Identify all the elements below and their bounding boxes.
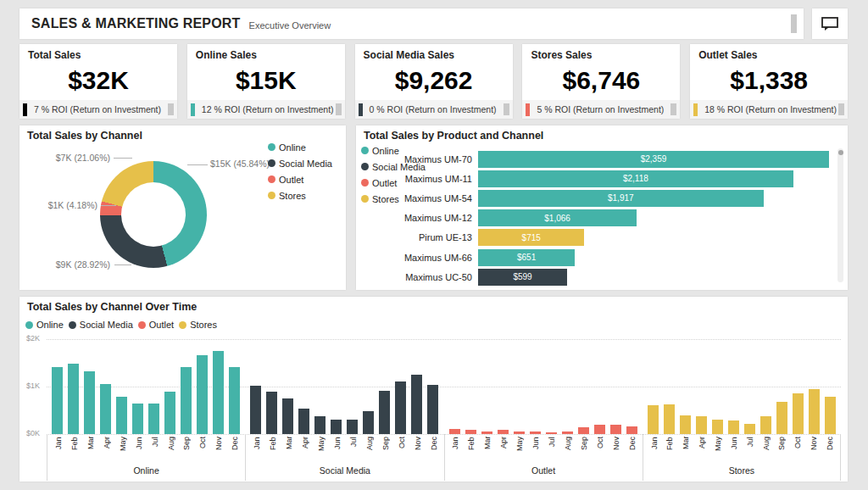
bar-social-media-sep[interactable] (379, 391, 390, 435)
bar-online-jan[interactable] (52, 367, 63, 434)
kpi-card-outlet-sales: Outlet Sales$1,33818 % ROI (Return on In… (690, 44, 848, 119)
bar-social-media-dec[interactable] (427, 385, 438, 434)
group-axis: JanFebMarAprMayJunJulAugSepOctNovDecOnli… (47, 434, 245, 481)
bar-stores-apr[interactable] (696, 416, 707, 434)
month-label: Dec (626, 437, 637, 464)
bar-stores-jan[interactable] (648, 405, 659, 434)
bar-outlet-dec[interactable] (626, 426, 637, 434)
bar-online-nov[interactable] (213, 351, 224, 434)
bar-value-label: $2,118 (623, 174, 648, 183)
bar-stores-dec[interactable] (825, 397, 836, 434)
month-label: Sep (181, 437, 192, 464)
chart-title: Total Sales by Channel (27, 130, 142, 142)
legend-label: Online (279, 142, 306, 153)
bar-social-media-aug[interactable] (363, 411, 374, 434)
kpi-scrollbar[interactable] (838, 103, 844, 115)
product-label: Maximus UM-12 (356, 213, 478, 223)
month-label: Jun (728, 437, 739, 464)
bar-online-jun[interactable] (132, 404, 143, 434)
bar-online-sep[interactable] (181, 367, 192, 435)
bar-online-aug[interactable] (164, 392, 175, 434)
bar-social-media-jul[interactable] (347, 420, 358, 434)
legend-item-outlet[interactable]: Outlet (138, 319, 174, 331)
bar-value-label: $1,066 (544, 214, 570, 223)
bar-online-mar[interactable] (84, 371, 95, 435)
bar-maximus-um-54[interactable]: $1,917 (478, 190, 764, 207)
bar-maximus-um-70[interactable]: $2,359 (478, 151, 829, 168)
speech-bubble-icon (821, 15, 839, 32)
month-label: Dec (229, 437, 240, 464)
bar-stores-may[interactable] (712, 420, 723, 434)
kpi-roi-strip: 0 % ROI (Return on Investment) (355, 100, 513, 119)
channel-group-outlet: JanFebMarAprMayJunJulAugSepOctNovDecOutl… (444, 339, 643, 481)
bar-stores-jul[interactable] (744, 424, 755, 434)
bar-outlet-nov[interactable] (610, 425, 621, 434)
bar-social-media-mar[interactable] (282, 398, 293, 434)
bar-online-jul[interactable] (148, 404, 159, 434)
bar-social-media-apr[interactable] (298, 409, 309, 434)
bar-stores-mar[interactable] (680, 415, 691, 434)
legend-item-social-media[interactable]: Social Media (268, 155, 332, 171)
bar-stores-nov[interactable] (809, 389, 820, 434)
legend-dot (268, 192, 275, 199)
bar-social-media-may[interactable] (314, 416, 326, 434)
kpi-card-stores-sales: Stores Sales$6,7465 % ROI (Return on Inv… (522, 44, 680, 119)
legend-label: Online (36, 320, 64, 330)
kpi-roi-text: 5 % ROI (Return on Investment) (537, 104, 664, 114)
bar-pirum-ue-13[interactable]: $715 (478, 229, 584, 246)
scrollbar-thumb[interactable] (838, 150, 843, 155)
chart-title: Total Sales by Product and Channel (364, 130, 543, 142)
legend-item-outlet[interactable]: Outlet (268, 171, 332, 187)
bar-online-oct[interactable] (197, 355, 208, 435)
product-row: Maximus UM-11$2,118 (356, 169, 829, 188)
bar-track: $1,917 (478, 190, 829, 207)
legend-dot (69, 321, 76, 329)
bar-social-media-jun[interactable] (331, 420, 342, 434)
legend-item-online[interactable]: Online (25, 319, 64, 331)
kpi-value: $1,338 (690, 66, 848, 95)
bar-maximus-um-11[interactable]: $2,118 (478, 170, 793, 187)
bar-social-media-oct[interactable] (395, 381, 406, 434)
bar-online-apr[interactable] (100, 384, 111, 434)
month-label: Oct (396, 437, 407, 464)
legend-label: Social Media (80, 320, 133, 330)
group-axis: JanFebMarAprMayJunJulAugSepOctNovDecSoci… (245, 434, 443, 481)
group-label: Stores (643, 464, 840, 481)
month-label: Apr (498, 437, 509, 464)
month-label: May (514, 437, 525, 464)
bar-stores-aug[interactable] (760, 416, 771, 434)
bar-track: $2,118 (478, 170, 829, 187)
bar-stores-jun[interactable] (728, 420, 739, 434)
bar-online-dec[interactable] (229, 367, 240, 434)
bar-social-media-nov[interactable] (411, 375, 422, 434)
month-label: Dec (824, 437, 835, 464)
donut-chart[interactable] (100, 161, 207, 268)
bar-online-may[interactable] (116, 397, 127, 434)
kpi-roi-strip: 5 % ROI (Return on Investment) (522, 100, 680, 119)
kpi-scrollbar[interactable] (504, 103, 509, 115)
bar-stores-sep[interactable] (776, 402, 787, 434)
bar-social-media-feb[interactable] (266, 392, 277, 434)
legend-item-online[interactable]: Online (268, 139, 332, 155)
bar-online-feb[interactable] (68, 364, 79, 434)
legend-item-stores[interactable]: Stores (268, 187, 332, 203)
comment-button[interactable] (812, 8, 848, 39)
bar-track: $651 (478, 249, 829, 266)
kpi-scrollbar[interactable] (336, 103, 342, 115)
bar-maximus-uc-50[interactable]: $599 (478, 269, 567, 286)
bar-outlet-sep[interactable] (578, 427, 589, 434)
bar-outlet-oct[interactable] (594, 425, 605, 434)
bar-maximus-um-12[interactable]: $1,066 (478, 209, 637, 226)
vertical-scrollbar[interactable] (837, 148, 843, 282)
bar-social-media-jan[interactable] (250, 386, 261, 434)
bar-stores-feb[interactable] (664, 404, 675, 434)
donut-callout-outlet: $1K (4.18%) (26, 200, 97, 210)
kpi-scrollbar[interactable] (168, 103, 174, 115)
group-axis: JanFebMarAprMayJunJulAugSepOctNovDecStor… (643, 434, 841, 481)
kpi-scrollbar[interactable] (670, 103, 676, 115)
bar-maximus-um-66[interactable]: $651 (478, 249, 575, 266)
month-labels: JanFebMarAprMayJunJulAugSepOctNovDec (47, 434, 245, 464)
legend-item-stores[interactable]: Stores (179, 319, 217, 331)
bar-stores-oct[interactable] (793, 393, 804, 434)
legend-item-social-media[interactable]: Social Media (69, 319, 133, 331)
